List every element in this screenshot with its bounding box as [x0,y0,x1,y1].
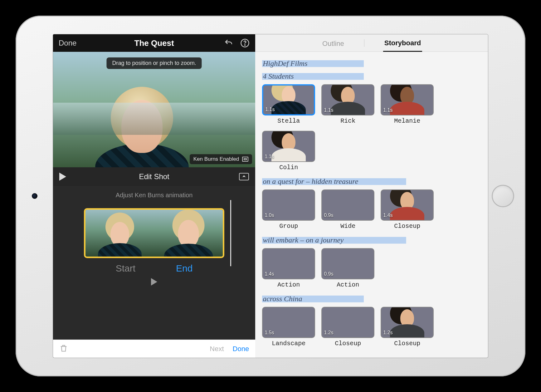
app-screen: Done The Quest [53,34,488,358]
adjust-label: Adjust Ken Burns animation [116,192,193,199]
shot-thumbnail[interactable]: 1.4s [381,189,434,221]
shot-thumbnail[interactable]: 1.4s [262,248,315,279]
shot-caption: Action [321,281,374,288]
shot-caption: Colin [262,164,315,171]
shot-thumbnail[interactable]: 0.9s [321,189,374,221]
shot-duration: 1.5s [265,330,274,336]
shot-duration: 0.9s [324,271,333,277]
shot-thumbnail[interactable]: 1.1s [321,84,374,115]
shot-row: 1.0sGroup0.9sWide1.4sCloseup [262,189,479,230]
play-button[interactable] [59,173,66,181]
shot-action2[interactable]: 0.9sAction [321,248,374,288]
shot-thumbnail[interactable]: 1.5s [262,307,315,338]
shot-caption: Closeup [381,223,434,230]
shot-duration: 1.4s [265,271,274,277]
start-keyframe[interactable] [85,210,154,257]
ken-burns-badge[interactable]: Ken Burns Enabled [190,154,252,164]
done-bottom-button[interactable]: Done [233,345,249,353]
playhead[interactable] [230,200,231,266]
shot-thumbnail[interactable]: 1.1s [381,84,434,115]
shot-duration: 1.1s [265,107,275,112]
shot-caption: Landscape [262,340,315,347]
airplay-icon[interactable] [239,173,249,180]
shot-thumbnail[interactable]: 1.0s [262,189,315,221]
ipad-camera [32,193,37,199]
shot-thumbnail[interactable]: 1.2s [321,307,374,338]
shot-thumbnail[interactable]: 0.9s [321,248,374,279]
shot-duration: 1.2s [383,330,392,336]
edit-midbar: Edit Shot [53,167,255,186]
tab-storyboard[interactable]: Storyboard [383,35,422,52]
section-heading[interactable]: will embark – on a journey [262,235,446,245]
undo-icon[interactable] [224,38,233,48]
right-tabs: Outline Storyboard [255,34,488,52]
shot-group[interactable]: 1.0sGroup [262,189,315,230]
ken-burns-label: Ken Burns Enabled [193,156,239,162]
start-tab[interactable]: Start [116,263,135,274]
shot-caption: Rick [321,117,374,125]
editor-topbar: Done The Quest [53,34,255,52]
end-keyframe[interactable] [154,210,223,257]
shot-caption: Stella [262,117,315,125]
shot-row: 1.4sAction0.9sAction [262,248,479,288]
crop-icon [242,157,248,162]
shot-caption: Wide [321,223,374,230]
preview-viewer[interactable]: Drag to position or pinch to zoom. Ken B… [53,52,255,167]
shot-row: 1.5sLandscape1.2sCloseup1.2sCloseup [262,307,479,347]
shot-caption: Closeup [381,340,434,347]
shot-rick[interactable]: 1.1sRick [321,84,374,125]
shot-row: 1.1sStella1.1sRick1.1sMelanie1.1sColin [262,84,479,171]
shot-caption: Closeup [321,340,374,347]
section-heading[interactable]: on a quest for – hidden treasure [262,177,446,186]
shot-duration: 0.9s [324,213,333,218]
tab-outline[interactable]: Outline [321,36,345,51]
shot-stella[interactable]: 1.1sStella [262,84,315,125]
shot-duration: 1.0s [265,213,274,218]
shot-duration: 1.4s [383,213,392,218]
shot-duration: 1.1s [383,107,392,113]
shot-caption: Action [262,281,315,288]
keyframes-row[interactable] [84,208,224,258]
help-icon[interactable] [240,38,250,48]
shot-landscape[interactable]: 1.5sLandscape [262,307,315,347]
shot-duration: 1.1s [265,154,274,159]
shot-duration: 1.2s [324,330,333,336]
shot-melanie[interactable]: 1.1sMelanie [381,84,434,125]
ken-burns-panel: Adjust Ken Burns animation Start End [53,186,255,340]
section-heading[interactable]: across China [262,294,392,304]
section-subheading[interactable]: 4 Students [262,71,392,81]
shot-colin[interactable]: 1.1sColin [262,131,315,171]
editor-bottombar: Next Done [53,340,255,358]
preview-subject [101,78,183,167]
svg-point-1 [245,45,245,45]
ipad-home-button[interactable] [492,185,514,207]
shot-thumbnail[interactable]: 1.1s [262,131,315,162]
shot-duration: 1.1s [324,107,333,113]
shot-closeup1[interactable]: 1.4sCloseup [381,189,434,230]
done-button[interactable]: Done [59,39,76,47]
project-title: The Quest [134,38,174,48]
ipad-frame: Done The Quest [16,16,525,376]
storyboard-body[interactable]: HighDef Films4 Students1.1sStella1.1sRic… [255,52,488,358]
viewer-hint: Drag to position or pinch to zoom. [107,57,202,69]
shot-caption: Group [262,223,315,230]
end-tab[interactable]: End [176,263,193,274]
shot-action1[interactable]: 1.4sAction [262,248,315,288]
storyboard-panel: Outline Storyboard HighDef Films4 Studen… [255,34,488,358]
trash-icon[interactable] [59,344,68,354]
shot-closeup3[interactable]: 1.2sCloseup [381,307,434,347]
shot-closeup2[interactable]: 1.2sCloseup [321,307,374,347]
shot-caption: Melanie [381,117,434,125]
shot-thumbnail[interactable]: 1.1s [262,84,315,115]
editor-panel: Done The Quest [53,34,255,358]
shot-wide[interactable]: 0.9sWide [321,189,374,230]
shot-thumbnail[interactable]: 1.2s [381,307,434,338]
section-heading[interactable]: HighDef Films [262,59,392,68]
edit-shot-label: Edit Shot [139,172,169,181]
preview-play-button[interactable] [151,278,157,286]
tab-separator [364,39,364,47]
next-button[interactable]: Next [210,345,224,353]
